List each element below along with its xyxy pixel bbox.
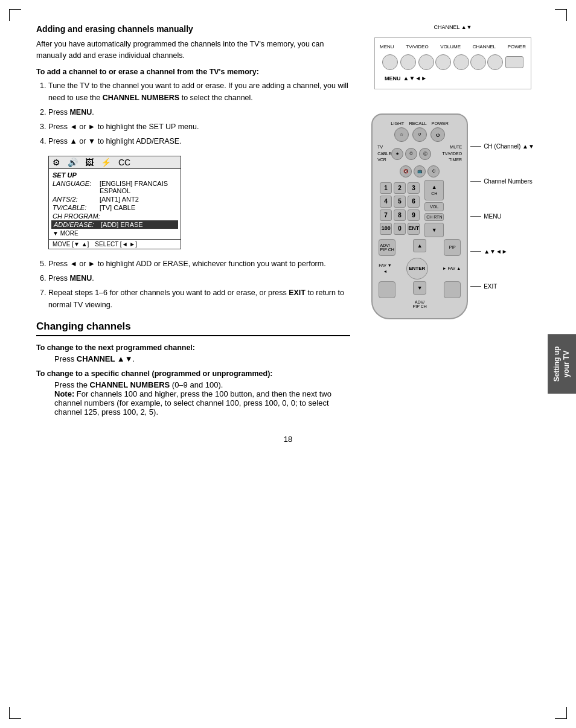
icon-features: ⚡ — [101, 158, 111, 167]
step-list: Tune the TV to the channel you want to a… — [48, 80, 350, 147]
ann-text-nav: ▲▼◄► — [484, 248, 508, 255]
step-2: Press MENU. — [48, 106, 350, 118]
remote-btn-timer[interactable]: ⏱ — [427, 165, 440, 177]
tv-btn-vol2[interactable] — [435, 54, 451, 70]
remote-btn-tvvideo[interactable]: 📺 — [414, 165, 426, 177]
remote-btn-8[interactable]: 8 — [394, 209, 406, 222]
ann-text-menu: MENU — [484, 213, 501, 220]
section1-bold-label: To add a channel to or erase a channel f… — [36, 68, 350, 76]
icon-cc: CC — [118, 158, 130, 167]
remote-btn-1[interactable]: 1 — [380, 182, 392, 194]
remote-btn-adv-pip-top[interactable]: ADV/PIP CH — [379, 239, 395, 256]
tv-label-row: MENU TV/VIDEO VOLUME CHANNEL POWER — [380, 43, 526, 51]
side-tab: Setting up your TV — [548, 334, 576, 394]
ann-text-nums: Channel Numbers — [484, 178, 533, 185]
tv-diagram: MENU TV/VIDEO VOLUME CHANNEL POWER — [374, 37, 531, 89]
section1-intro: After you have automatically programmed … — [36, 39, 350, 62]
remote-fav-row: FAV ▼◄ ENTER ► FAV ▲ — [379, 258, 461, 279]
remote-diagram-area: LIGHT RECALL POWER ☆ ↺ ⏻ TV CABL — [371, 113, 534, 319]
menu-row-language: LANGUAGE: [ENGLISH] FRANCAIS ESPANOL — [53, 179, 177, 195]
remote-btn-5[interactable]: 5 — [394, 196, 406, 208]
remote-btn-enter[interactable]: ENTER — [406, 258, 428, 279]
channel-bold: CHANNEL ▲▼ — [77, 354, 133, 363]
menu-select: SELECT [◄ ►] — [95, 241, 137, 247]
tv-btn-menu[interactable] — [382, 54, 398, 70]
remote-top-btns: ☆ ↺ ⏻ — [377, 127, 462, 142]
step7-exit: EXIT — [289, 289, 306, 297]
tv-btn-vol1[interactable] — [418, 54, 434, 70]
remote-btn-power[interactable]: ⏻ — [430, 127, 445, 142]
pip-center: ▲ — [413, 239, 426, 256]
ann-line-4 — [470, 251, 481, 252]
remote-btn-9[interactable]: 9 — [408, 209, 420, 222]
tv-btn-tvvideo[interactable] — [400, 54, 416, 70]
ann-line-5 — [470, 286, 481, 287]
tv-menu-label: MENU — [385, 75, 401, 81]
tv-btn-power[interactable] — [505, 56, 523, 68]
remote-num-area: 1 2 3 4 5 6 7 8 9 100 0 ENT — [377, 180, 462, 237]
step-list-2: Press ◄ or ► to highlight ADD or ERASE, … — [48, 258, 350, 311]
tv-ch-btns — [453, 54, 503, 70]
menu-row-adderase: ADD/ERASE: [ADD] ERASE — [51, 220, 178, 229]
menu-box-header: ⚙ 🔊 🖼 ⚡ CC — [49, 156, 181, 169]
remote-btn-cable[interactable]: © — [405, 148, 417, 160]
remote-btn-bottom-left[interactable] — [379, 281, 395, 298]
remote-btn-3[interactable]: 3 — [408, 182, 420, 194]
menu-box: ⚙ 🔊 🖼 ⚡ CC SET UP LANGUAGE: [ENGLISH] FR… — [48, 156, 181, 249]
icon-sound: 🔊 — [68, 158, 78, 167]
tv-btn-ch2[interactable] — [470, 54, 486, 70]
page: Setting up your TV Adding and erasing ch… — [0, 0, 576, 728]
sub2-text: Press the CHANNEL NUMBERS (0–9 and 100).… — [54, 380, 350, 417]
remote-btn-light[interactable]: ☆ — [394, 127, 409, 142]
step-1: Tune the TV to the channel you want to a… — [48, 80, 350, 104]
remote-btn-2[interactable]: 2 — [394, 182, 406, 194]
remote-btn-mute[interactable]: 🔇 — [400, 165, 412, 177]
tv-nav-arrows: ▲▼◄► — [403, 75, 427, 81]
remote-btn-ch-down[interactable]: ▼ — [424, 223, 444, 237]
right-column: CHANNEL ▲▼ MENU TV/VIDEO VOLUME CHANNEL … — [368, 24, 537, 423]
remote-btn-tv[interactable]: ★ — [391, 148, 403, 160]
remote-btn-ch-rtn[interactable]: CH RTN — [424, 213, 444, 221]
menu-row-chprogram: CH PROGRAM: — [53, 212, 177, 220]
remote-btn-bottom-right[interactable] — [444, 281, 461, 298]
corner-mark-tr — [555, 9, 567, 21]
remote-btn-6[interactable]: 6 — [408, 196, 420, 208]
remote-btn-recall[interactable]: ↺ — [412, 127, 427, 142]
ann-channel-numbers: Channel Numbers — [470, 178, 534, 185]
menu-setup-label: SET UP — [53, 171, 177, 179]
fav-right-label: ► FAV ▲ — [443, 266, 461, 271]
step6-menu: MENU — [69, 274, 92, 283]
step-7: Repeat steps 1–6 for other channels you … — [48, 287, 350, 311]
step1-channel-bold: CHANNEL NUMBERS — [103, 94, 180, 102]
remote-btn-pip-right[interactable]: PIP — [444, 239, 461, 256]
channel-label-top: CHANNEL ▲▼ — [434, 24, 472, 30]
remote-btn-vol-up[interactable]: VOL — [424, 202, 444, 211]
ann-nav: ▲▼◄► — [470, 248, 534, 255]
mute-btns: 🔇 📺 ⏱ — [377, 165, 462, 177]
remote-btn-up[interactable]: ▲ — [413, 239, 426, 252]
corner-mark-br — [555, 707, 567, 719]
tv-btn-ch3[interactable] — [487, 54, 503, 70]
remote-btn-4[interactable]: 4 — [380, 196, 392, 208]
tv-btn-ch1[interactable] — [453, 54, 469, 70]
step2-menu-bold: MENU — [69, 108, 92, 117]
mode-labels: TV CABLE VCR — [377, 144, 391, 164]
remote-btn-ent[interactable]: ENT — [408, 223, 420, 235]
remote-btn-0[interactable]: 0 — [394, 223, 406, 235]
remote-btn-7[interactable]: 7 — [380, 209, 392, 222]
fav-left-label: FAV ▼◄ — [379, 263, 392, 273]
corner-mark-bl — [9, 707, 21, 719]
section1-heading: Adding and erasing channels manually — [36, 24, 350, 34]
sub1-text: Press CHANNEL ▲▼. — [54, 354, 350, 363]
remote-num-grid: 1 2 3 4 5 6 7 8 9 100 0 ENT — [380, 182, 420, 235]
tv-nav-area: MENU ▲▼◄► — [380, 72, 526, 84]
remote-mode-area: TV CABLE VCR ★ © ⓪ MUTE TV/VIDEO TIMER — [377, 144, 462, 164]
remote-btn-100[interactable]: 100 — [380, 223, 392, 235]
remote-btn-ch-up[interactable]: ▲CH — [424, 180, 444, 200]
remote-btn-vcr[interactable]: ⓪ — [419, 148, 431, 160]
tv-buttons-row — [380, 51, 526, 72]
step-5: Press ◄ or ► to highlight ADD or ERASE, … — [48, 258, 350, 270]
remote-btn-down[interactable]: ▼ — [413, 281, 426, 295]
corner-mark-tl — [9, 9, 21, 21]
ann-text-exit: EXIT — [484, 283, 497, 290]
